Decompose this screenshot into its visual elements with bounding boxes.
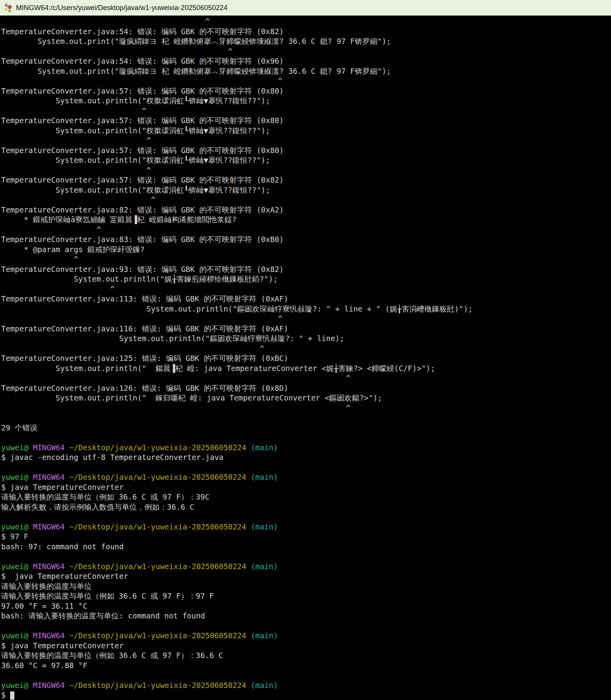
terminal-line: $ java TemperatureConverter xyxy=(1,641,611,651)
prompt-user: yuwei@ xyxy=(1,473,28,482)
error-caret-line: ^ xyxy=(1,254,611,265)
terminal-line: 请输入要转换的温度与单位（例如 36.6 C 或 97 F）：97 F xyxy=(1,591,611,601)
terminal-line: TemperatureConverter.java:125: 错误: 编码 GB… xyxy=(1,353,611,364)
prompt-line: yuwei@ MINGW64 ~/Desktop/java/w1-yuweixi… xyxy=(1,562,611,572)
prompt-host: MINGW64 xyxy=(28,562,65,571)
terminal-line: 97.00 °F = 36.11 °C xyxy=(1,601,611,611)
terminal-line: System.out.println("鏂囦欢琛屾牸寮忛敊璇?: " + lin… xyxy=(1,304,611,314)
prompt-branch: (main) xyxy=(246,473,278,482)
prompt-host: MINGW64 xyxy=(28,631,65,640)
terminal-line: System.out.println("杈撳叆涓虹┖锛屾▼搴忛??鍑恒??"); xyxy=(1,126,611,136)
prompt-branch: (main) xyxy=(246,631,278,640)
error-caret-line: ^ xyxy=(1,136,611,146)
terminal-window: MINGW64:/c/Users/yuwei/Desktop/java/w1-y… xyxy=(0,0,611,700)
terminal-line: System.out.println("杈撳叆涓虹┖锛屾▼搴忛??鍑恒??"); xyxy=(1,185,611,195)
terminal-line: TemperatureConverter.java:126: 错误: 编码 GB… xyxy=(1,383,611,394)
prompt-user: yuwei@ xyxy=(1,522,28,531)
terminal-line: TemperatureConverter.java:82: 错误: 编码 GBK… xyxy=(1,205,611,215)
prompt-user: yuwei@ xyxy=(1,681,28,690)
prompt-branch: (main) xyxy=(246,562,278,571)
prompt-path: ~/Desktop/java/w1-yuweixia-202506050224 xyxy=(65,631,246,640)
prompt-line: yuwei@ MINGW64 ~/Desktop/java/w1-yuweixi… xyxy=(1,443,611,453)
error-caret-line: ^ xyxy=(1,314,611,324)
error-caret-line: ^ xyxy=(1,76,611,86)
terminal-line xyxy=(1,433,611,443)
terminal-line xyxy=(1,621,611,631)
terminal-line: System.out.println(" 鎵归噺杞 崲: java Temper… xyxy=(1,393,611,403)
terminal-line: System.out.print("璇疯緭鍏ヨ 杞 崲鐨勬俯搴︿笌鍗曚綅锛堜緥濡… xyxy=(1,37,611,47)
error-caret-line: ^ xyxy=(1,344,611,354)
terminal-line: 请输入要转换的温度与单位 xyxy=(1,582,611,592)
error-caret-line: ^ xyxy=(1,165,611,176)
terminal-line: bash: 97: command not found xyxy=(1,542,611,552)
prompt-host: MINGW64 xyxy=(28,522,65,531)
prompt-line: yuwei@ MINGW64 ~/Desktop/java/w1-yuweixi… xyxy=(1,522,611,532)
prompt-host: MINGW64 xyxy=(28,443,65,452)
terminal-line: $ java TemperatureConverter xyxy=(1,482,611,493)
terminal-line: 输入解析失败，请按示例输入数值与单位，例如：36.6 C xyxy=(1,502,611,512)
terminal-line: 36.60 °C = 97.88 °F xyxy=(1,661,611,671)
terminal-line: TemperatureConverter.java:93: 错误: 编码 GBK… xyxy=(1,265,611,275)
error-caret-line: ^ xyxy=(1,195,611,205)
terminal-line: System.out.println(" 鍚晨▐杞 崲: java Temper… xyxy=(1,364,611,374)
terminal-line: $ xyxy=(1,690,611,700)
error-caret-line: ^ xyxy=(1,17,611,27)
error-caret-line: ^ xyxy=(1,106,611,116)
prompt-user: yuwei@ xyxy=(1,631,28,640)
terminal-line: TemperatureConverter.java:54: 错误: 编码 GBK… xyxy=(1,27,611,37)
terminal-line: System.out.println("鏂囦欢琛屾牸寮忛敊璇?: " + lin… xyxy=(1,334,611,344)
prompt-path: ~/Desktop/java/w1-yuweixia-202506050224 xyxy=(65,443,246,452)
error-caret-line: ^ xyxy=(1,373,611,383)
prompt-line: yuwei@ MINGW64 ~/Desktop/java/w1-yuweixi… xyxy=(1,472,611,482)
text-cursor xyxy=(10,691,14,700)
terminal-line: System.out.println("娓╁害鍊煎繀椤绘槸鏁板瓧銆?"); xyxy=(1,274,611,284)
terminal-line: TemperatureConverter.java:57: 错误: 编码 GBK… xyxy=(1,146,611,156)
terminal-line: * 鍛戒护琛屾ā寮忥細鏀 寔鍛晨▐杞 崲鍛屾构浠舵墻閲忚浆鎹? xyxy=(1,215,611,225)
terminal-line: TemperatureConverter.java:57: 错误: 编码 GBK… xyxy=(1,175,611,185)
error-caret-line: ^ xyxy=(1,225,611,235)
titlebar[interactable]: MINGW64:/c/Users/yuwei/Desktop/java/w1-y… xyxy=(0,0,611,16)
prompt-branch: (main) xyxy=(246,443,278,452)
terminal-line: System.out.println("杈撳叆涓虹┖锛屾▼搴忛??鍑恒??"); xyxy=(1,96,611,106)
window-title: MINGW64:/c/Users/yuwei/Desktop/java/w1-y… xyxy=(16,4,227,12)
terminal-line xyxy=(1,463,611,473)
terminal-line: $ 97 F xyxy=(1,532,611,542)
error-caret-line: ^ xyxy=(1,47,611,57)
terminal-line: $ java TemperatureConverter xyxy=(1,571,611,582)
prompt-host: MINGW64 xyxy=(28,681,65,690)
terminal-line: 请输入要转换的温度与单位（例如 36.6 C 或 97 F）：39C xyxy=(1,492,611,502)
terminal-line: $ javac -encoding utf-8 TemperatureConve… xyxy=(1,453,611,463)
terminal-line xyxy=(1,413,611,423)
prompt-line: yuwei@ MINGW64 ~/Desktop/java/w1-yuweixi… xyxy=(1,631,611,641)
prompt-path: ~/Desktop/java/w1-yuweixia-202506050224 xyxy=(65,522,246,531)
terminal-line: TemperatureConverter.java:116: 错误: 编码 GB… xyxy=(1,324,611,334)
prompt-path: ~/Desktop/java/w1-yuweixia-202506050224 xyxy=(65,473,246,482)
prompt-branch: (main) xyxy=(246,681,278,690)
prompt-user: yuwei@ xyxy=(1,443,28,452)
terminal-line: TemperatureConverter.java:57: 错误: 编码 GBK… xyxy=(1,116,611,126)
terminal-line xyxy=(1,670,611,681)
prompt-path: ~/Desktop/java/w1-yuweixia-202506050224 xyxy=(65,681,246,690)
terminal-line: 29 个错误 xyxy=(1,423,611,433)
error-caret-line: ^ xyxy=(1,403,611,413)
terminal-line: TemperatureConverter.java:83: 错误: 编码 GBK… xyxy=(1,235,611,245)
prompt-line: yuwei@ MINGW64 ~/Desktop/java/w1-yuweixi… xyxy=(1,681,611,691)
msys2-icon xyxy=(3,3,12,12)
prompt-user: yuwei@ xyxy=(1,562,28,571)
terminal-line xyxy=(1,512,611,522)
terminal-line: * @param args 鍛戒护琛屽弬鏁? xyxy=(1,245,611,255)
prompt-host: MINGW64 xyxy=(28,473,65,482)
terminal-line: System.out.println("杈撳叆涓虹┖锛屾▼搴忛??鍑恒??"); xyxy=(1,155,611,165)
terminal-line xyxy=(1,552,611,562)
prompt-branch: (main) xyxy=(246,522,278,531)
terminal-line: System.out.print("璇疯緭鍏ヨ 杞 崲鐨勬俯搴︿笌鍗曚綅锛堜緥濡… xyxy=(1,66,611,77)
terminal-line: TemperatureConverter.java:57: 错误: 编码 GBK… xyxy=(1,86,611,96)
terminal-screen[interactable]: ^TemperatureConverter.java:54: 错误: 编码 GB… xyxy=(0,16,611,700)
terminal-line: 请输入要转换的温度与单位（例如 36.6 C 或 97 F）：36.6 C xyxy=(1,651,611,661)
error-caret-line: ^ xyxy=(1,284,611,294)
terminal-line: TemperatureConverter.java:113: 错误: 编码 GB… xyxy=(1,294,611,304)
prompt-path: ~/Desktop/java/w1-yuweixia-202506050224 xyxy=(65,562,246,571)
terminal-line: bash: 请输入要转换的温度与单位: command not found xyxy=(1,611,611,621)
terminal-line: TemperatureConverter.java:54: 错误: 编码 GBK… xyxy=(1,56,611,66)
